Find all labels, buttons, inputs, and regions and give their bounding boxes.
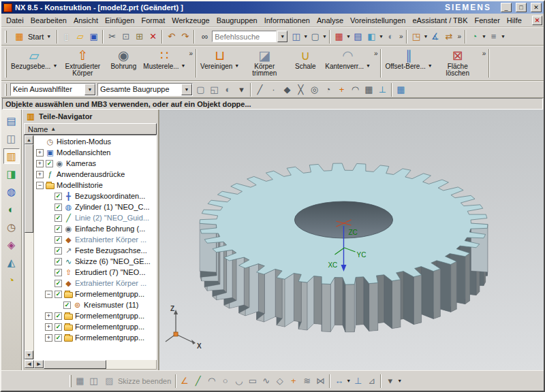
tree-item[interactable]: ✓⇧Extrudiert (7) "NEO... bbox=[34, 267, 156, 278]
bezugsebe-button[interactable]: ▱Bezugsebe...▼ bbox=[9, 48, 59, 78]
window-layout-button[interactable]: ◫▼ bbox=[290, 30, 308, 43]
snap-endpoint-button[interactable]: ╱ bbox=[253, 83, 266, 96]
tree-item[interactable]: ✓⊚Kreismuster (11) bbox=[34, 299, 156, 310]
menu-ansicht[interactable]: Ansicht bbox=[70, 15, 102, 26]
rectangle-button[interactable]: ▭ bbox=[246, 374, 259, 387]
toolbar-grip[interactable] bbox=[5, 84, 7, 96]
roles-palette-button[interactable]: ◔▼ bbox=[468, 30, 486, 43]
snap-midpoint-button[interactable]: ∙ bbox=[267, 83, 280, 96]
collapse-icon[interactable]: − bbox=[36, 182, 44, 189]
dimension-button[interactable]: ↔▼ bbox=[332, 374, 351, 387]
dropdown-arrow-icon[interactable]: ▼ bbox=[322, 34, 327, 39]
measure-button[interactable]: ∡ bbox=[429, 30, 441, 43]
save-button[interactable]: ▣ bbox=[87, 30, 100, 43]
manufacturing-wizard-tab[interactable]: ◭ bbox=[3, 255, 20, 270]
touch-button[interactable]: ≡▼ bbox=[487, 30, 505, 43]
redo-button[interactable]: ↷ bbox=[178, 30, 191, 43]
tree-item[interactable]: ✓╱Linie (2) "NEO_Guid... bbox=[34, 212, 156, 223]
hd3d-tool-tab[interactable]: ◍ bbox=[3, 184, 20, 199]
undo-button[interactable]: ↶ bbox=[165, 30, 178, 43]
menu-voreinstellungen[interactable]: Voreinstellungen bbox=[347, 15, 409, 26]
overflow-chevron-icon[interactable]: » bbox=[482, 50, 486, 57]
view-manager-button[interactable]: ▦▼ bbox=[332, 30, 351, 43]
körper-trimmen-button[interactable]: ◪Körper trimmen bbox=[241, 48, 287, 78]
snap-point-button[interactable]: + bbox=[335, 83, 348, 96]
line-button[interactable]: ╱ bbox=[191, 374, 204, 387]
tree-item[interactable]: +▣Modellansichten bbox=[34, 147, 156, 158]
point-button[interactable]: + bbox=[287, 374, 300, 387]
expand-icon[interactable]: + bbox=[36, 149, 44, 157]
selection-scope-dropdown[interactable]: Gesamte Baugruppe ▼ bbox=[97, 83, 193, 96]
tree-item[interactable]: ✓◉Einfache Bohrung (... bbox=[34, 223, 156, 234]
musterele-button[interactable]: ∷Musterele...▼ bbox=[141, 48, 187, 78]
overflow-chevron-icon[interactable]: » bbox=[399, 33, 403, 40]
tree-item[interactable]: +✓Formelementgrupp... bbox=[34, 332, 156, 343]
internet-browser-tab[interactable]: ◐ bbox=[3, 201, 20, 217]
part-navigator-tab[interactable]: ▥ bbox=[3, 148, 20, 164]
snap-quadrant-button[interactable]: ◔ bbox=[322, 83, 334, 96]
menu-datei[interactable]: Datei bbox=[3, 15, 27, 26]
display-mode-button[interactable]: ◧▼ bbox=[365, 30, 384, 43]
full-screen-button[interactable]: ▢▼ bbox=[309, 30, 327, 43]
menu-hilfe[interactable]: Hilfe bbox=[503, 15, 525, 26]
scroll-left-icon[interactable]: ◀ bbox=[25, 360, 34, 368]
tree-item[interactable]: ✓◍Zylinder (1) "NEO_C... bbox=[34, 201, 156, 212]
snap-point-on-curve-button[interactable]: ◠ bbox=[349, 83, 362, 96]
tree-item[interactable]: ✓↗Feste Bezugsachse... bbox=[34, 245, 156, 256]
dropdown-arrow-icon[interactable]: ▼ bbox=[423, 34, 428, 39]
tree-item[interactable]: −Modellhistorie bbox=[34, 180, 156, 191]
new-file-button[interactable]: ▯ bbox=[60, 30, 73, 43]
tree-item[interactable]: +ƒAnwenderausdrücke bbox=[34, 169, 156, 180]
horizontal-scrollbar[interactable]: ◀ ▶ bbox=[24, 360, 157, 370]
paste-button[interactable]: ⊞ bbox=[133, 30, 146, 43]
close-button[interactable]: ✕ bbox=[531, 3, 542, 12]
overflow-chevron-icon[interactable]: » bbox=[374, 50, 378, 57]
dropdown-arrow-icon[interactable]: ▼ bbox=[397, 378, 402, 383]
feature-checkbox[interactable]: ✓ bbox=[63, 301, 71, 309]
tree-item[interactable]: ✓╋Bezugskoordinaten... bbox=[34, 191, 156, 201]
snap-intersection-button[interactable]: ╳ bbox=[294, 83, 307, 96]
reverse-button[interactable]: ◐ bbox=[221, 83, 234, 96]
feature-checkbox[interactable]: ✓ bbox=[54, 225, 62, 233]
expand-icon[interactable]: + bbox=[36, 160, 44, 167]
menu-fenster[interactable]: Fenster bbox=[471, 15, 503, 26]
tree-item[interactable]: +✓Formelementgrupp... bbox=[34, 321, 156, 332]
snap-control-point-button[interactable]: ◆ bbox=[281, 83, 294, 96]
chevron-down-icon[interactable]: ▼ bbox=[84, 84, 95, 95]
feature-checkbox[interactable]: ✓ bbox=[54, 258, 62, 265]
dropdown-arrow-icon[interactable]: ▼ bbox=[303, 34, 308, 39]
vertical-scrollbar[interactable]: ▲ ▼ bbox=[25, 135, 34, 359]
feature-checkbox[interactable]: ✓ bbox=[54, 291, 62, 298]
tree-item[interactable]: ✓◆Extrahierter Körper ... bbox=[34, 234, 156, 245]
dropdown-arrow-icon[interactable]: ▼ bbox=[366, 63, 371, 68]
scroll-down-icon[interactable]: ▼ bbox=[25, 350, 33, 359]
tree-item[interactable]: +✓Formelementgrupp... bbox=[34, 310, 156, 321]
history-tab[interactable]: ◷ bbox=[3, 219, 20, 235]
feature-checkbox[interactable]: ✓ bbox=[54, 214, 62, 222]
horizontal-scroll-thumb[interactable] bbox=[44, 360, 106, 369]
dropdown-arrow-icon[interactable]: ▼ bbox=[234, 63, 239, 68]
layout-grid-button[interactable]: ▤ bbox=[352, 30, 364, 43]
process-studio-tab[interactable]: ◈ bbox=[3, 237, 20, 252]
menu-eassistant-tbk[interactable]: eAssistant / TBK bbox=[409, 15, 471, 26]
menu-einfügen[interactable]: Einfügen bbox=[102, 15, 138, 26]
menu-format[interactable]: Format bbox=[138, 15, 168, 26]
menu-informationen[interactable]: Informationen bbox=[261, 15, 313, 26]
dropdown-arrow-icon[interactable]: ▼ bbox=[346, 34, 351, 39]
constraints-button[interactable]: ⊥ bbox=[352, 374, 364, 387]
profile-button[interactable]: ∠ bbox=[178, 374, 191, 387]
vertical-scroll-thumb[interactable] bbox=[25, 144, 33, 233]
interior-button[interactable]: ◱ bbox=[208, 83, 221, 96]
show-constraints-button[interactable]: ⊿ bbox=[365, 374, 378, 387]
feature-checkbox[interactable]: ✓ bbox=[54, 334, 62, 342]
overflow-chevron-icon[interactable]: » bbox=[189, 50, 193, 57]
assembly-navigator-tab[interactable]: ▤ bbox=[3, 113, 20, 129]
search-dropdown-icon[interactable]: ▼ bbox=[277, 31, 287, 42]
copy-button[interactable]: ⊡ bbox=[119, 30, 132, 43]
selection-filter-dropdown[interactable]: Kein Auswahlfilter ▼ bbox=[10, 83, 96, 96]
fläche-löschen-button[interactable]: ⊠Fläche löschen bbox=[435, 48, 481, 78]
document-close-button[interactable]: ✕ bbox=[532, 16, 542, 25]
snap-arc-center-button[interactable]: ◎ bbox=[308, 83, 321, 96]
kantenverr-button[interactable]: ◠Kantenverr...▼ bbox=[323, 48, 373, 78]
toolbar-grip[interactable] bbox=[5, 31, 7, 43]
